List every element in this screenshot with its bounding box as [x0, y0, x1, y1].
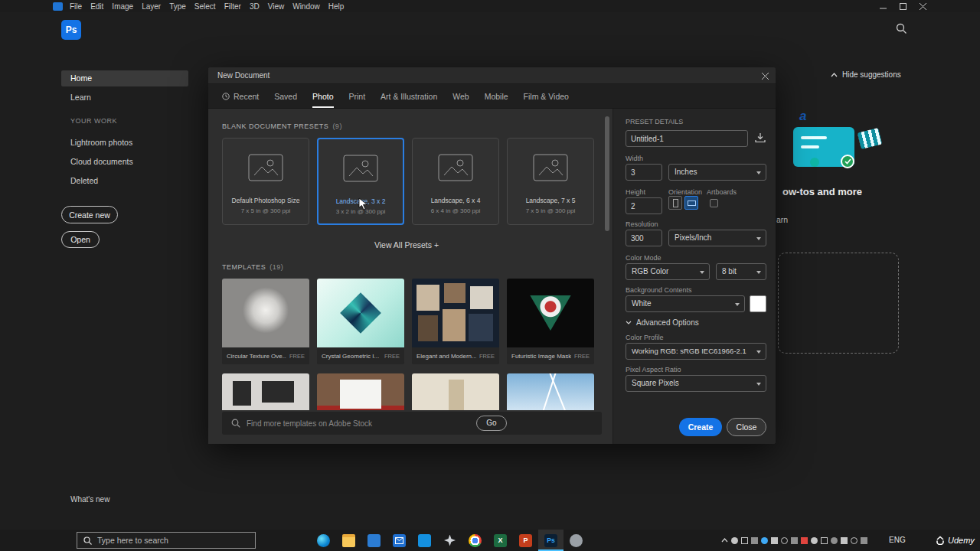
taskbar-icon-powerpoint[interactable]: P [513, 530, 538, 551]
preset-landscape-6x4[interactable]: Landscape, 6 x 4 6 x 4 in @ 300 ppi [412, 138, 499, 225]
close-window-button[interactable] [913, 0, 933, 12]
view-all-presets-link[interactable]: View All Presets + [208, 240, 605, 249]
stock-search-input[interactable] [247, 419, 453, 428]
menu-view[interactable]: View [268, 2, 285, 11]
tray-icon[interactable] [841, 537, 848, 544]
orientation-portrait-button[interactable] [668, 196, 682, 210]
pixel-aspect-dropdown[interactable]: Square Pixels [626, 375, 766, 392]
go-button[interactable]: Go [476, 416, 507, 431]
tray-icon[interactable] [731, 537, 738, 544]
open-button[interactable]: Open [61, 231, 100, 248]
tray-icon[interactable] [851, 537, 858, 544]
taskbar-icon-edge[interactable] [311, 530, 336, 551]
taskbar-search-box[interactable] [77, 532, 256, 549]
tab-print[interactable]: Print [349, 84, 366, 108]
menu-filter[interactable]: Filter [224, 2, 241, 11]
sidebar-item-cloud-documents[interactable]: Cloud documents [61, 154, 188, 170]
close-button[interactable]: Close [727, 418, 766, 436]
template-partial-3[interactable] [412, 373, 499, 410]
tray-icon[interactable] [861, 537, 867, 544]
taskbar-icon-excel[interactable]: X [488, 530, 513, 551]
bit-depth-dropdown[interactable]: 8 bit [716, 263, 766, 280]
background-color-swatch[interactable] [750, 295, 766, 312]
tray-expand-icon[interactable] [721, 538, 728, 543]
taskbar-icon-mail[interactable] [387, 530, 412, 551]
edge-icon [317, 534, 330, 547]
maximize-button[interactable] [893, 0, 913, 12]
advanced-options-toggle[interactable]: Advanced Options [626, 318, 699, 327]
language-indicator[interactable]: ENG [889, 530, 906, 551]
template-partial-1[interactable] [222, 373, 309, 410]
create-button[interactable]: Create [679, 418, 722, 436]
menu-help[interactable]: Help [328, 2, 345, 11]
menu-3d[interactable]: 3D [250, 2, 260, 11]
tray-icon[interactable] [801, 537, 808, 544]
template-circular-texture[interactable]: Circular Texture Ove...FREE [222, 279, 309, 364]
sidebar-item-learn[interactable]: Learn [61, 90, 188, 106]
tray-icon[interactable] [761, 537, 768, 544]
sidebar-item-home[interactable]: Home [61, 70, 188, 86]
dialog-close-button[interactable] [759, 70, 771, 82]
tray-icon[interactable] [811, 537, 818, 544]
taskbar-search-input[interactable] [97, 536, 235, 545]
tab-saved[interactable]: Saved [274, 84, 297, 108]
template-crystal-geometric[interactable]: Crystal Geometric I...FREE [317, 279, 404, 364]
taskbar-icon-app-circle[interactable] [564, 530, 589, 551]
resolution-input[interactable] [626, 230, 662, 246]
tab-photo[interactable]: Photo [312, 84, 333, 108]
document-name-input[interactable] [626, 130, 748, 147]
minimize-button[interactable] [873, 0, 893, 12]
tab-film-video[interactable]: Film & Video [524, 84, 569, 108]
tray-icon[interactable] [791, 537, 798, 544]
whats-new-link[interactable]: What's new [70, 495, 109, 504]
taskbar-icon-file-explorer[interactable] [336, 530, 361, 551]
tab-web[interactable]: Web [452, 84, 469, 108]
app-search-button[interactable] [896, 23, 907, 37]
tray-icon[interactable] [781, 537, 788, 544]
tray-icon[interactable] [821, 537, 828, 544]
tray-icon[interactable] [831, 537, 838, 544]
menu-window[interactable]: Window [292, 2, 320, 11]
tab-recent[interactable]: Recent [222, 84, 259, 108]
template-futuristic-masks[interactable]: Futuristic Image MasksFREE [507, 279, 594, 364]
preset-default-photoshop-size[interactable]: Default Photoshop Size 7 x 5 in @ 300 pp… [222, 138, 309, 225]
menu-select[interactable]: Select [194, 2, 216, 11]
taskbar-icon-chrome[interactable] [462, 530, 488, 551]
taskbar-icon-app-star[interactable] [437, 530, 462, 551]
color-mode-dropdown[interactable]: RGB Color [626, 263, 710, 280]
menu-file[interactable]: File [70, 2, 82, 11]
content-scrollbar[interactable] [605, 113, 609, 439]
orientation-landscape-button[interactable] [684, 196, 698, 210]
scrollbar-thumb[interactable] [605, 116, 609, 231]
menu-image[interactable]: Image [112, 2, 133, 11]
taskbar-icon-app-teal[interactable] [412, 530, 437, 551]
tray-icon[interactable] [751, 537, 758, 544]
background-dropdown[interactable]: White [626, 295, 745, 312]
sidebar-item-lightroom-photos[interactable]: Lightroom photos [61, 135, 188, 151]
tab-art-illustration[interactable]: Art & Illustration [381, 84, 437, 108]
preset-landscape-7x5[interactable]: Landscape, 7 x 5 7 x 5 in @ 300 ppi [507, 138, 594, 225]
color-profile-dropdown[interactable]: Working RGB: sRGB IEC61966-2.1 [626, 343, 766, 360]
tray-icon[interactable] [741, 537, 748, 544]
height-input[interactable] [626, 197, 662, 214]
menu-edit[interactable]: Edit [90, 2, 103, 11]
learn-link-partial[interactable]: arn [776, 215, 788, 224]
tray-icon[interactable] [771, 537, 778, 544]
width-input[interactable] [626, 164, 662, 181]
save-preset-button[interactable] [754, 132, 766, 147]
tab-mobile[interactable]: Mobile [485, 84, 508, 108]
resolution-unit-dropdown[interactable]: Pixels/Inch [668, 230, 766, 246]
hide-suggestions-button[interactable]: Hide suggestions [831, 70, 901, 79]
menu-type[interactable]: Type [169, 2, 186, 11]
sidebar-item-deleted[interactable]: Deleted [61, 173, 188, 189]
portrait-icon [673, 199, 678, 207]
template-elegant-modern[interactable]: Elegant and Modern...FREE [412, 279, 499, 364]
taskbar-icon-app-blue[interactable] [361, 530, 387, 551]
menu-layer[interactable]: Layer [142, 2, 161, 11]
template-partial-2[interactable] [317, 373, 404, 410]
template-partial-4[interactable] [507, 373, 594, 410]
unit-dropdown[interactable]: Inches [668, 164, 766, 181]
create-new-button[interactable]: Create new [61, 206, 118, 223]
artboards-checkbox[interactable] [710, 199, 718, 207]
taskbar-icon-photoshop[interactable]: Ps [538, 530, 564, 551]
